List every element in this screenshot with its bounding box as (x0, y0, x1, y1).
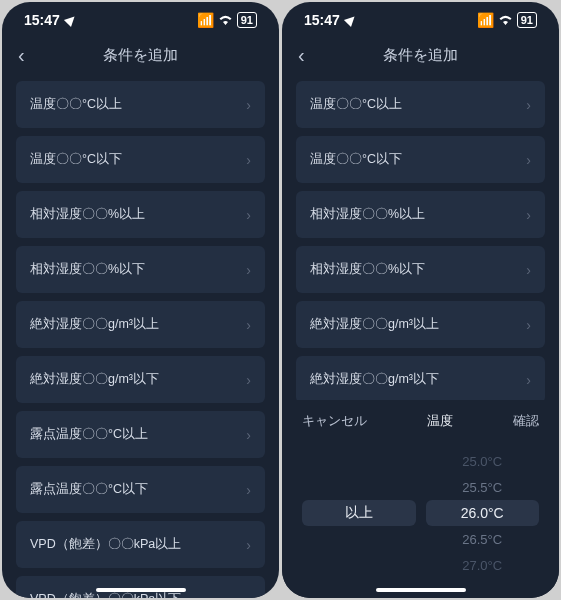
item-label: 絶対湿度〇〇g/m³以上 (310, 316, 439, 333)
page-title: 条件を追加 (383, 46, 458, 65)
chevron-icon: › (246, 207, 251, 223)
item-label: 温度〇〇°C以下 (310, 151, 402, 168)
chevron-icon: › (526, 317, 531, 333)
location-icon (344, 13, 358, 27)
location-icon (64, 13, 78, 27)
signal-icon: 📶 (197, 12, 214, 28)
list-item[interactable]: 相対湿度〇〇%以下› (296, 246, 545, 293)
chevron-icon: › (526, 372, 531, 388)
item-label: 温度〇〇°C以上 (30, 96, 122, 113)
picker-header: キャンセル 温度 確認 (302, 412, 539, 448)
list-item[interactable]: 相対湿度〇〇%以上› (296, 191, 545, 238)
chevron-icon: › (246, 262, 251, 278)
item-label: 温度〇〇°C以下 (30, 151, 122, 168)
chevron-icon: › (246, 372, 251, 388)
status-bar: 15:47 📶 91 (2, 2, 279, 36)
wifi-icon (498, 12, 513, 28)
chevron-icon: › (246, 537, 251, 553)
signal-icon: 📶 (477, 12, 494, 28)
chevron-icon: › (246, 592, 251, 599)
item-label: 露点温度〇〇°C以上 (30, 426, 148, 443)
item-label: 絶対湿度〇〇g/m³以上 (30, 316, 159, 333)
item-label: 絶対湿度〇〇g/m³以下 (30, 371, 159, 388)
chevron-icon: › (526, 97, 531, 113)
picker-option: 26.5°C (426, 526, 540, 552)
back-button[interactable]: ‹ (18, 44, 25, 67)
list-item[interactable]: 露点温度〇〇°C以上› (16, 411, 265, 458)
header: ‹ 条件を追加 (282, 36, 559, 81)
status-left: 15:47 (24, 12, 76, 28)
picker-option: 25.5°C (426, 474, 540, 500)
list-item[interactable]: 絶対湿度〇〇g/m³以下› (16, 356, 265, 403)
status-left: 15:47 (304, 12, 356, 28)
phone-right: 15:47 📶 91 ‹ 条件を追加 温度〇〇°C以上› 温度〇〇°C以下› 相… (282, 2, 559, 598)
picker-column-value[interactable]: 25.0°C 25.5°C 26.0°C 26.5°C 27.0°C (426, 448, 540, 578)
home-indicator[interactable] (376, 588, 466, 592)
item-label: 相対湿度〇〇%以上 (30, 206, 145, 223)
picker-title: 温度 (427, 412, 453, 430)
status-time: 15:47 (24, 12, 60, 28)
item-label: VPD（飽差）〇〇kPa以下 (30, 591, 181, 598)
picker-body: 以上 25.0°C 25.5°C 26.0°C 26.5°C 27.0°C (302, 448, 539, 598)
picker-column-comparison[interactable]: 以上 (302, 448, 416, 578)
chevron-icon: › (246, 317, 251, 333)
list-item[interactable]: 相対湿度〇〇%以上› (16, 191, 265, 238)
picker-option: 25.0°C (426, 448, 540, 474)
list-item[interactable]: 温度〇〇°C以下› (296, 136, 545, 183)
item-label: 温度〇〇°C以上 (310, 96, 402, 113)
battery-icon: 91 (237, 12, 257, 28)
picker-selected: 26.0°C (426, 500, 540, 526)
wifi-icon (218, 12, 233, 28)
list-item[interactable]: 温度〇〇°C以下› (16, 136, 265, 183)
chevron-icon: › (246, 152, 251, 168)
battery-icon: 91 (517, 12, 537, 28)
home-indicator[interactable] (96, 588, 186, 592)
item-label: 相対湿度〇〇%以上 (310, 206, 425, 223)
confirm-button[interactable]: 確認 (513, 412, 539, 430)
chevron-icon: › (526, 262, 531, 278)
picker-option: 27.0°C (426, 552, 540, 578)
chevron-icon: › (526, 152, 531, 168)
item-label: 相対湿度〇〇%以下 (30, 261, 145, 278)
status-right: 📶 91 (477, 12, 537, 28)
item-label: 絶対湿度〇〇g/m³以下 (310, 371, 439, 388)
chevron-icon: › (526, 207, 531, 223)
back-button[interactable]: ‹ (298, 44, 305, 67)
list-item[interactable]: 露点温度〇〇°C以下› (16, 466, 265, 513)
item-label: 相対湿度〇〇%以下 (310, 261, 425, 278)
list-item[interactable]: 絶対湿度〇〇g/m³以上› (16, 301, 265, 348)
phone-left: 15:47 📶 91 ‹ 条件を追加 温度〇〇°C以上› 温度〇〇°C以下› 相… (2, 2, 279, 598)
list-item[interactable]: 絶対湿度〇〇g/m³以上› (296, 301, 545, 348)
list-item[interactable]: 温度〇〇°C以上› (16, 81, 265, 128)
condition-list: 温度〇〇°C以上› 温度〇〇°C以下› 相対湿度〇〇%以上› 相対湿度〇〇%以下… (282, 81, 559, 400)
status-bar: 15:47 📶 91 (282, 2, 559, 36)
list-item[interactable]: 相対湿度〇〇%以下› (16, 246, 265, 293)
picker-panel: キャンセル 温度 確認 以上 25.0°C 25.5°C 26.0°C 26.5… (282, 400, 559, 598)
page-title: 条件を追加 (103, 46, 178, 65)
chevron-icon: › (246, 97, 251, 113)
header: ‹ 条件を追加 (2, 36, 279, 81)
item-label: VPD（飽差）〇〇kPa以上 (30, 536, 181, 553)
item-label: 露点温度〇〇°C以下 (30, 481, 148, 498)
chevron-icon: › (246, 482, 251, 498)
cancel-button[interactable]: キャンセル (302, 412, 367, 430)
list-item[interactable]: 絶対湿度〇〇g/m³以下› (296, 356, 545, 400)
condition-list: 温度〇〇°C以上› 温度〇〇°C以下› 相対湿度〇〇%以上› 相対湿度〇〇%以下… (2, 81, 279, 598)
list-item[interactable]: 温度〇〇°C以上› (296, 81, 545, 128)
chevron-icon: › (246, 427, 251, 443)
status-time: 15:47 (304, 12, 340, 28)
list-item[interactable]: VPD（飽差）〇〇kPa以上› (16, 521, 265, 568)
picker-selected: 以上 (302, 500, 416, 526)
status-right: 📶 91 (197, 12, 257, 28)
list-item[interactable]: VPD（飽差）〇〇kPa以下› (16, 576, 265, 598)
